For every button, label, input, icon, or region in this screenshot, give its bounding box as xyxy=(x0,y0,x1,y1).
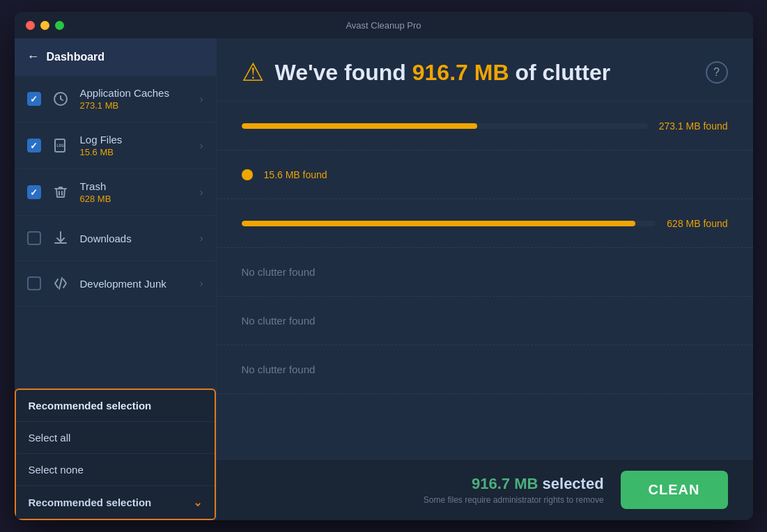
warning-icon: ⚠ xyxy=(242,58,264,87)
title-prefix: We've found xyxy=(275,60,412,85)
bar-label-trash: 628 MB found xyxy=(667,218,727,229)
header-title-group: ⚠ We've found 916.7 MB of clutter xyxy=(242,58,611,87)
sidebar-footer: Recommended selection Select all Select … xyxy=(15,388,216,520)
dropdown-trigger[interactable]: Recommended selection ⌄ xyxy=(16,486,215,519)
app-caches-icon xyxy=(49,88,72,110)
log-files-text: Log Files 15.6 MB xyxy=(80,134,200,157)
main-title: We've found 916.7 MB of clutter xyxy=(275,60,611,86)
titlebar: Avast Cleanup Pro xyxy=(15,12,753,38)
log-files-name: Log Files xyxy=(80,134,200,146)
minimize-button[interactable] xyxy=(40,21,49,30)
selected-size-display: 916.7 MB selected xyxy=(424,475,604,493)
content-footer: 916.7 MB selected Some files require adm… xyxy=(217,459,753,520)
no-clutter-downloads: No clutter found xyxy=(242,266,316,278)
app-caches-name: Application Caches xyxy=(80,87,200,99)
traffic-lights xyxy=(26,21,64,30)
chevron-down-icon: ⌄ xyxy=(193,496,202,509)
bar-row-trash: 628 MB found xyxy=(242,218,728,229)
bar-row-app-caches: 273.1 MB found xyxy=(242,120,728,132)
maximize-button[interactable] xyxy=(55,21,64,30)
log-files-size: 15.6 MB xyxy=(80,147,200,157)
bar-log-files: 15.6 MB found xyxy=(242,169,728,180)
trash-chevron-icon: › xyxy=(200,187,203,198)
app-caches-text: Application Caches 273.1 MB xyxy=(80,87,200,111)
main-layout: ← Dashboard Application Caches xyxy=(15,38,753,520)
dot-bar-log-files xyxy=(242,169,253,180)
dashboard-label: Dashboard xyxy=(47,51,105,63)
clutter-row-trash: 628 MB found xyxy=(217,199,753,248)
title-suffix: of clutter xyxy=(509,60,610,85)
dropdown-option-select-none[interactable]: Select none xyxy=(16,454,215,486)
footer-note: Some files require administrator rights … xyxy=(424,495,604,505)
downloads-icon xyxy=(49,227,72,249)
clutter-row-downloads: No clutter found xyxy=(217,248,753,297)
downloads-text: Downloads xyxy=(80,233,200,244)
checkbox-trash[interactable] xyxy=(27,185,41,199)
title-size: 916.7 MB xyxy=(412,60,509,85)
checkbox-app-caches[interactable] xyxy=(27,92,41,106)
bar-track-app-caches xyxy=(242,123,648,129)
app-caches-size: 273.1 MB xyxy=(80,100,200,111)
trash-icon xyxy=(49,181,72,203)
sidebar-item-app-caches[interactable]: Application Caches 273.1 MB › xyxy=(15,76,216,123)
trash-text: Trash 628 MB xyxy=(80,180,200,204)
clutter-row-app-caches: 273.1 MB found xyxy=(217,102,753,150)
help-button[interactable]: ? xyxy=(706,61,728,84)
bar-track-trash xyxy=(242,221,656,226)
trash-size: 628 MB xyxy=(80,194,200,204)
dashboard-button[interactable]: ← Dashboard xyxy=(15,38,216,76)
downloads-chevron-icon: › xyxy=(200,233,203,244)
clutter-row-dev-junk: No clutter found xyxy=(217,297,753,345)
dropdown-trigger-label: Recommended selection xyxy=(29,496,152,508)
checkbox-dev-junk[interactable] xyxy=(27,276,41,290)
downloads-name: Downloads xyxy=(80,233,200,244)
app-caches-chevron-icon: › xyxy=(200,93,203,104)
window-title: Avast Cleanup Pro xyxy=(346,20,421,31)
dev-junk-text: Development Junk xyxy=(80,278,200,290)
bar-label-app-caches: 273.1 MB found xyxy=(659,120,728,132)
sidebar: ← Dashboard Application Caches xyxy=(15,38,217,520)
footer-info: 916.7 MB selected Some files require adm… xyxy=(424,475,604,505)
no-clutter-extra: No clutter found xyxy=(242,363,316,375)
content-header: ⚠ We've found 916.7 MB of clutter ? xyxy=(217,38,753,102)
sidebar-item-log-files[interactable]: LOG Log Files 15.6 MB › xyxy=(15,123,216,169)
close-button[interactable] xyxy=(26,21,35,30)
trash-name: Trash xyxy=(80,180,200,192)
log-files-icon: LOG xyxy=(49,134,72,157)
dev-junk-chevron-icon: › xyxy=(200,278,203,289)
dev-junk-icon xyxy=(49,272,72,295)
clutter-rows: 273.1 MB found 15.6 MB found xyxy=(217,102,753,459)
dropdown-option-select-all[interactable]: Select all xyxy=(16,422,215,454)
bar-app-caches: 273.1 MB found xyxy=(242,120,728,132)
bar-fill-trash xyxy=(242,221,635,226)
selected-label: selected xyxy=(543,475,604,492)
clutter-row-log-files: 15.6 MB found xyxy=(217,150,753,199)
sidebar-item-downloads[interactable]: Downloads › xyxy=(15,216,216,261)
selection-dropdown-menu: Recommended selection Select all Select … xyxy=(15,389,216,520)
bar-fill-app-caches xyxy=(242,123,477,129)
bar-label-log-files: 15.6 MB found xyxy=(264,169,327,180)
dev-junk-name: Development Junk xyxy=(80,278,200,290)
content-area: ⚠ We've found 916.7 MB of clutter ? xyxy=(217,38,753,520)
checkbox-downloads[interactable] xyxy=(27,231,41,245)
sidebar-item-trash[interactable]: Trash 628 MB › xyxy=(15,169,216,216)
no-clutter-dev-junk: No clutter found xyxy=(242,315,316,327)
bar-row-log-files: 15.6 MB found xyxy=(242,169,728,180)
sidebar-items-list: Application Caches 273.1 MB › LOG xyxy=(15,76,216,388)
clean-button[interactable]: CLEAN xyxy=(621,471,728,509)
selected-size-number: 916.7 MB xyxy=(472,475,538,492)
checkbox-log-files[interactable] xyxy=(27,139,41,152)
svg-text:LOG: LOG xyxy=(56,143,64,148)
log-files-chevron-icon: › xyxy=(200,140,203,151)
dropdown-option-recommended-1[interactable]: Recommended selection xyxy=(16,390,215,422)
app-window: Avast Cleanup Pro ← Dashboard xyxy=(15,12,753,520)
sidebar-item-dev-junk[interactable]: Development Junk › xyxy=(15,261,216,306)
back-arrow-icon: ← xyxy=(27,49,40,64)
bar-trash: 628 MB found xyxy=(242,218,728,229)
clutter-row-extra: No clutter found xyxy=(217,345,753,394)
